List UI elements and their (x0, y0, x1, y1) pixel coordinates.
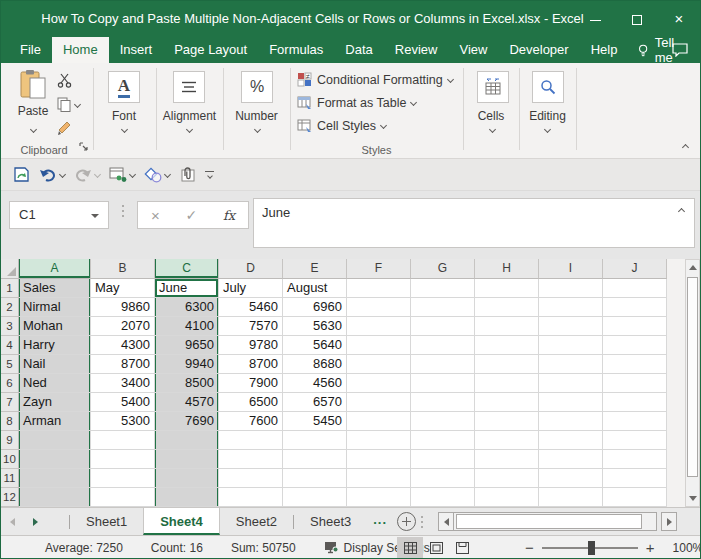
cell-B6[interactable]: 3400 (91, 374, 155, 393)
cell-J5[interactable] (603, 355, 667, 374)
cell-F7[interactable] (347, 393, 411, 412)
cell-F6[interactable] (347, 374, 411, 393)
row-header-6[interactable]: 6 (1, 374, 19, 393)
cell-D7[interactable]: 6500 (219, 393, 283, 412)
chevron-down-icon[interactable] (121, 126, 128, 133)
menu-tab-page-layout[interactable]: Page Layout (163, 37, 258, 63)
cell-I1[interactable] (539, 279, 603, 298)
cell-B3[interactable]: 2070 (91, 317, 155, 336)
copy-button[interactable] (57, 97, 80, 112)
attach-button[interactable] (179, 166, 196, 183)
cell-A9[interactable] (19, 431, 91, 450)
normal-view-button[interactable] (397, 537, 423, 558)
format-painter-button[interactable] (57, 121, 72, 140)
cell-G2[interactable] (411, 298, 475, 317)
column-header-C[interactable]: C (155, 259, 219, 279)
menu-tab-file[interactable]: File (9, 37, 52, 63)
cell-J12[interactable] (603, 488, 667, 507)
cell-D3[interactable]: 7570 (219, 317, 283, 336)
cell-G12[interactable] (411, 488, 475, 507)
close-button[interactable]: × (658, 1, 700, 37)
cell-D2[interactable]: 5460 (219, 298, 283, 317)
cell-J9[interactable] (603, 431, 667, 450)
zoom-level[interactable]: 100% (673, 541, 701, 555)
sheet-overflow-dots[interactable]: ... (367, 508, 393, 535)
cell-G9[interactable] (411, 431, 475, 450)
column-header-D[interactable]: D (219, 259, 283, 279)
cell-I7[interactable] (539, 393, 603, 412)
cell-D11[interactable] (219, 469, 283, 488)
chevron-down-icon[interactable] (129, 171, 136, 178)
cell-C9[interactable] (155, 431, 219, 450)
vertical-scrollbar[interactable] (685, 259, 700, 507)
redo-button[interactable] (74, 168, 100, 182)
cell-D5[interactable]: 8700 (219, 355, 283, 374)
cell-G4[interactable] (411, 336, 475, 355)
cell-J1[interactable] (603, 279, 667, 298)
menu-tab-formulas[interactable]: Formulas (258, 37, 334, 63)
cell-B1[interactable]: May (91, 279, 155, 298)
enter-icon[interactable]: ✓ (185, 207, 197, 223)
cell-E7[interactable]: 6570 (283, 393, 347, 412)
cell-E3[interactable]: 5630 (283, 317, 347, 336)
customize-qat-button[interactable] (205, 171, 214, 178)
cell-E2[interactable]: 6960 (283, 298, 347, 317)
sheet-tab-sheet1[interactable]: Sheet1 (70, 508, 143, 535)
name-box[interactable]: C1 (9, 201, 109, 229)
cell-F9[interactable] (347, 431, 411, 450)
cell-F10[interactable] (347, 450, 411, 469)
column-header-A[interactable]: A (19, 259, 91, 279)
cell-A11[interactable] (19, 469, 91, 488)
name-box-dropdown-icon[interactable] (91, 214, 99, 218)
cell-C10[interactable] (155, 450, 219, 469)
cell-J3[interactable] (603, 317, 667, 336)
cell-C2[interactable]: 6300 (155, 298, 219, 317)
cell-C12[interactable] (155, 488, 219, 507)
next-sheet-button[interactable] (24, 508, 47, 535)
menu-tab-view[interactable]: View (448, 37, 498, 63)
cell-I12[interactable] (539, 488, 603, 507)
menu-tab-home[interactable]: Home (52, 37, 109, 63)
cell-H8[interactable] (475, 412, 539, 431)
cell-A3[interactable]: Mohan (19, 317, 91, 336)
cell-D4[interactable]: 9780 (219, 336, 283, 355)
cell-F3[interactable] (347, 317, 411, 336)
cell-D8[interactable]: 7600 (219, 412, 283, 431)
menu-tab-developer[interactable]: Developer (498, 37, 579, 63)
cell-J7[interactable] (603, 393, 667, 412)
cell-J6[interactable] (603, 374, 667, 393)
cell-F1[interactable] (347, 279, 411, 298)
cell-H4[interactable] (475, 336, 539, 355)
column-header-I[interactable]: I (539, 259, 603, 279)
cell-E11[interactable] (283, 469, 347, 488)
undo-button[interactable] (39, 168, 65, 182)
cell-H7[interactable] (475, 393, 539, 412)
clipboard-dialog-launcher-icon[interactable] (79, 137, 88, 155)
cell-E12[interactable] (283, 488, 347, 507)
column-header-H[interactable]: H (475, 259, 539, 279)
scroll-down-button[interactable] (686, 491, 699, 506)
cell-H9[interactable] (475, 431, 539, 450)
chevron-down-icon[interactable] (164, 171, 171, 178)
row-header-10[interactable]: 10 (1, 450, 19, 469)
column-header-J[interactable]: J (603, 259, 667, 279)
cell-F11[interactable] (347, 469, 411, 488)
chevron-down-icon[interactable] (489, 126, 496, 133)
chevron-down-icon[interactable] (254, 126, 261, 133)
cell-B7[interactable]: 5400 (91, 393, 155, 412)
cell-I2[interactable] (539, 298, 603, 317)
cell-J8[interactable] (603, 412, 667, 431)
cell-E4[interactable]: 5640 (283, 336, 347, 355)
font-button[interactable]: A (108, 71, 140, 103)
zoom-in-button[interactable]: + (646, 539, 655, 556)
cell-D10[interactable] (219, 450, 283, 469)
scroll-up-button[interactable] (686, 260, 699, 275)
comments-button[interactable] (672, 37, 688, 63)
formula-bar-input[interactable]: June (253, 198, 695, 248)
menu-tab-review[interactable]: Review (384, 37, 449, 63)
cell-F2[interactable] (347, 298, 411, 317)
status-average[interactable]: Average: 7250 (45, 541, 123, 555)
cell-J11[interactable] (603, 469, 667, 488)
shapes-button[interactable] (144, 167, 170, 183)
cell-F5[interactable] (347, 355, 411, 374)
